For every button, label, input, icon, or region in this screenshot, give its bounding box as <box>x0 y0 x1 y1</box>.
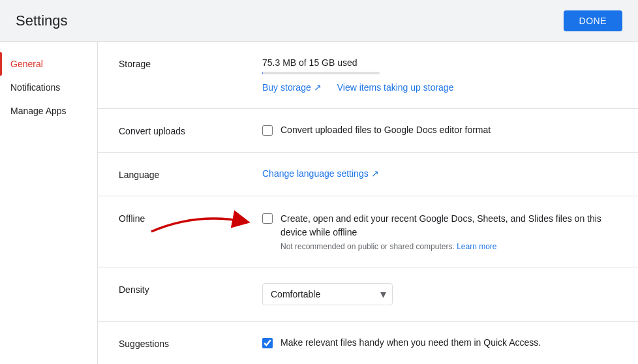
offline-checkbox[interactable] <box>262 213 273 224</box>
sidebar-item-label: Notifications <box>10 82 60 93</box>
learn-more-link[interactable]: Learn more <box>457 242 496 251</box>
suggestions-checkbox[interactable] <box>262 338 273 348</box>
view-items-text: View items taking up storage <box>337 82 454 93</box>
convert-uploads-content: Convert uploaded files to Google Docs ed… <box>262 125 617 136</box>
storage-content: 75.3 MB of 15 GB used Buy storage ↗ View… <box>262 57 617 93</box>
convert-uploads-section: Convert uploads Convert uploaded files t… <box>98 109 638 153</box>
offline-label: Offline <box>119 212 262 224</box>
app-title: Settings <box>16 12 68 29</box>
offline-section: Offline Create, open and edit y <box>98 196 638 267</box>
app-header: Settings DONE <box>0 0 638 42</box>
sidebar-item-manage-apps[interactable]: Manage Apps <box>0 99 97 123</box>
offline-row: Create, open and edit your recent Google… <box>262 212 617 251</box>
sidebar-item-general[interactable]: General <box>0 52 97 76</box>
convert-uploads-text: Convert uploaded files to Google Docs ed… <box>281 125 491 135</box>
storage-section: Storage 75.3 MB of 15 GB used Buy storag… <box>98 42 638 109</box>
suggestions-label: Suggestions <box>119 337 262 349</box>
density-section: Density Comfortable Cozy Compact ▾ <box>98 267 638 322</box>
external-link-icon: ↗ <box>314 82 322 93</box>
view-items-link[interactable]: View items taking up storage <box>337 82 454 93</box>
storage-label: Storage <box>119 57 262 69</box>
change-language-link[interactable]: Change language settings ↗ <box>262 168 617 179</box>
change-language-text: Change language settings <box>262 168 369 179</box>
language-label: Language <box>119 168 262 180</box>
offline-text-container: Create, open and edit your recent Google… <box>281 212 617 251</box>
offline-main-text: Create, open and edit your recent Google… <box>281 212 617 239</box>
suggestions-section: Suggestions Make relevant files handy wh… <box>98 322 638 364</box>
sidebar-item-notifications[interactable]: Notifications <box>0 76 97 99</box>
language-section: Language Change language settings ↗ <box>98 153 638 196</box>
storage-links: Buy storage ↗ View items taking up stora… <box>262 82 617 93</box>
density-select-wrapper: Comfortable Cozy Compact ▾ <box>262 283 393 305</box>
language-content: Change language settings ↗ <box>262 168 617 179</box>
convert-uploads-checkbox[interactable] <box>262 125 273 136</box>
density-select[interactable]: Comfortable Cozy Compact <box>262 283 393 305</box>
language-external-icon: ↗ <box>371 168 379 179</box>
density-content: Comfortable Cozy Compact ▾ <box>262 283 617 305</box>
convert-uploads-label: Convert uploads <box>119 125 262 136</box>
storage-used-text: 75.3 MB of 15 GB used <box>262 57 617 68</box>
done-button[interactable]: DONE <box>564 10 622 31</box>
main-layout: General Notifications Manage Apps Storag… <box>0 42 638 364</box>
suggestions-row: Make relevant files handy when you need … <box>262 337 617 348</box>
sidebar-item-label: General <box>10 59 43 69</box>
sidebar-item-label: Manage Apps <box>10 106 67 116</box>
storage-bar-background <box>262 72 380 74</box>
offline-content: Create, open and edit your recent Google… <box>262 212 617 251</box>
density-label: Density <box>119 283 262 295</box>
offline-subtext: Not recommended on public or shared comp… <box>281 242 617 251</box>
storage-bar-fill <box>262 72 263 74</box>
suggestions-content: Make relevant files handy when you need … <box>262 337 617 348</box>
suggestions-text: Make relevant files handy when you need … <box>281 337 541 348</box>
buy-storage-text: Buy storage <box>262 82 311 93</box>
convert-uploads-row: Convert uploaded files to Google Docs ed… <box>262 125 617 136</box>
sidebar: General Notifications Manage Apps <box>0 42 98 364</box>
settings-content: Storage 75.3 MB of 15 GB used Buy storag… <box>98 42 638 364</box>
buy-storage-link[interactable]: Buy storage ↗ <box>262 82 322 93</box>
